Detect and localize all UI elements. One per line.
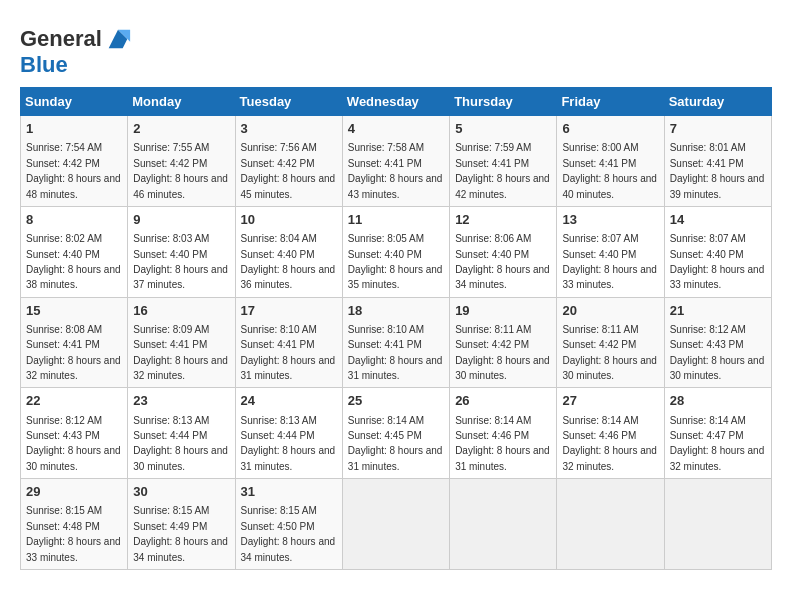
day-number: 2: [133, 120, 229, 138]
day-info: Sunrise: 8:00 AM Sunset: 4:41 PM Dayligh…: [562, 142, 657, 199]
calendar-cell: 15Sunrise: 8:08 AM Sunset: 4:41 PM Dayli…: [21, 297, 128, 388]
calendar-cell: 20Sunrise: 8:11 AM Sunset: 4:42 PM Dayli…: [557, 297, 664, 388]
day-info: Sunrise: 8:09 AM Sunset: 4:41 PM Dayligh…: [133, 324, 228, 381]
day-info: Sunrise: 7:55 AM Sunset: 4:42 PM Dayligh…: [133, 142, 228, 199]
calendar-cell: 17Sunrise: 8:10 AM Sunset: 4:41 PM Dayli…: [235, 297, 342, 388]
weekday-header-thursday: Thursday: [450, 88, 557, 116]
day-number: 9: [133, 211, 229, 229]
weekday-header-tuesday: Tuesday: [235, 88, 342, 116]
calendar-cell: [557, 479, 664, 570]
day-info: Sunrise: 8:14 AM Sunset: 4:45 PM Dayligh…: [348, 415, 443, 472]
day-info: Sunrise: 8:02 AM Sunset: 4:40 PM Dayligh…: [26, 233, 121, 290]
logo-icon: [104, 25, 132, 53]
calendar-cell: 31Sunrise: 8:15 AM Sunset: 4:50 PM Dayli…: [235, 479, 342, 570]
day-info: Sunrise: 8:15 AM Sunset: 4:48 PM Dayligh…: [26, 505, 121, 562]
calendar-cell: 25Sunrise: 8:14 AM Sunset: 4:45 PM Dayli…: [342, 388, 449, 479]
day-info: Sunrise: 7:59 AM Sunset: 4:41 PM Dayligh…: [455, 142, 550, 199]
logo: General Blue: [20, 25, 132, 77]
day-number: 6: [562, 120, 658, 138]
day-info: Sunrise: 8:13 AM Sunset: 4:44 PM Dayligh…: [241, 415, 336, 472]
day-info: Sunrise: 8:14 AM Sunset: 4:46 PM Dayligh…: [455, 415, 550, 472]
calendar-cell: 10Sunrise: 8:04 AM Sunset: 4:40 PM Dayli…: [235, 206, 342, 297]
calendar-cell: 18Sunrise: 8:10 AM Sunset: 4:41 PM Dayli…: [342, 297, 449, 388]
day-number: 30: [133, 483, 229, 501]
day-number: 27: [562, 392, 658, 410]
day-number: 20: [562, 302, 658, 320]
weekday-header-monday: Monday: [128, 88, 235, 116]
day-number: 31: [241, 483, 337, 501]
day-info: Sunrise: 8:11 AM Sunset: 4:42 PM Dayligh…: [455, 324, 550, 381]
day-number: 4: [348, 120, 444, 138]
weekday-header-saturday: Saturday: [664, 88, 771, 116]
day-number: 1: [26, 120, 122, 138]
day-number: 18: [348, 302, 444, 320]
day-info: Sunrise: 8:14 AM Sunset: 4:46 PM Dayligh…: [562, 415, 657, 472]
day-number: 29: [26, 483, 122, 501]
day-number: 11: [348, 211, 444, 229]
calendar-cell: 24Sunrise: 8:13 AM Sunset: 4:44 PM Dayli…: [235, 388, 342, 479]
day-number: 26: [455, 392, 551, 410]
day-number: 8: [26, 211, 122, 229]
calendar-cell: 19Sunrise: 8:11 AM Sunset: 4:42 PM Dayli…: [450, 297, 557, 388]
day-info: Sunrise: 8:05 AM Sunset: 4:40 PM Dayligh…: [348, 233, 443, 290]
day-info: Sunrise: 8:08 AM Sunset: 4:41 PM Dayligh…: [26, 324, 121, 381]
day-number: 19: [455, 302, 551, 320]
day-info: Sunrise: 8:12 AM Sunset: 4:43 PM Dayligh…: [26, 415, 121, 472]
calendar-cell: 30Sunrise: 8:15 AM Sunset: 4:49 PM Dayli…: [128, 479, 235, 570]
day-info: Sunrise: 8:15 AM Sunset: 4:50 PM Dayligh…: [241, 505, 336, 562]
day-info: Sunrise: 8:11 AM Sunset: 4:42 PM Dayligh…: [562, 324, 657, 381]
day-number: 7: [670, 120, 766, 138]
day-number: 12: [455, 211, 551, 229]
calendar-cell: 12Sunrise: 8:06 AM Sunset: 4:40 PM Dayli…: [450, 206, 557, 297]
calendar-cell: 28Sunrise: 8:14 AM Sunset: 4:47 PM Dayli…: [664, 388, 771, 479]
calendar-cell: 26Sunrise: 8:14 AM Sunset: 4:46 PM Dayli…: [450, 388, 557, 479]
day-number: 10: [241, 211, 337, 229]
day-number: 14: [670, 211, 766, 229]
calendar-cell: 23Sunrise: 8:13 AM Sunset: 4:44 PM Dayli…: [128, 388, 235, 479]
day-info: Sunrise: 8:04 AM Sunset: 4:40 PM Dayligh…: [241, 233, 336, 290]
day-info: Sunrise: 8:01 AM Sunset: 4:41 PM Dayligh…: [670, 142, 765, 199]
day-number: 25: [348, 392, 444, 410]
calendar-cell: 16Sunrise: 8:09 AM Sunset: 4:41 PM Dayli…: [128, 297, 235, 388]
day-number: 23: [133, 392, 229, 410]
day-number: 17: [241, 302, 337, 320]
weekday-header-sunday: Sunday: [21, 88, 128, 116]
calendar-cell: 8Sunrise: 8:02 AM Sunset: 4:40 PM Daylig…: [21, 206, 128, 297]
day-number: 5: [455, 120, 551, 138]
calendar-cell: 21Sunrise: 8:12 AM Sunset: 4:43 PM Dayli…: [664, 297, 771, 388]
day-info: Sunrise: 8:12 AM Sunset: 4:43 PM Dayligh…: [670, 324, 765, 381]
calendar-cell: 7Sunrise: 8:01 AM Sunset: 4:41 PM Daylig…: [664, 116, 771, 207]
day-info: Sunrise: 7:54 AM Sunset: 4:42 PM Dayligh…: [26, 142, 121, 199]
calendar-cell: 6Sunrise: 8:00 AM Sunset: 4:41 PM Daylig…: [557, 116, 664, 207]
day-info: Sunrise: 7:56 AM Sunset: 4:42 PM Dayligh…: [241, 142, 336, 199]
weekday-header-friday: Friday: [557, 88, 664, 116]
calendar-cell: 14Sunrise: 8:07 AM Sunset: 4:40 PM Dayli…: [664, 206, 771, 297]
day-number: 24: [241, 392, 337, 410]
calendar-cell: 27Sunrise: 8:14 AM Sunset: 4:46 PM Dayli…: [557, 388, 664, 479]
day-info: Sunrise: 8:03 AM Sunset: 4:40 PM Dayligh…: [133, 233, 228, 290]
calendar-cell: 22Sunrise: 8:12 AM Sunset: 4:43 PM Dayli…: [21, 388, 128, 479]
day-info: Sunrise: 8:13 AM Sunset: 4:44 PM Dayligh…: [133, 415, 228, 472]
calendar-cell: 3Sunrise: 7:56 AM Sunset: 4:42 PM Daylig…: [235, 116, 342, 207]
day-number: 28: [670, 392, 766, 410]
day-info: Sunrise: 8:15 AM Sunset: 4:49 PM Dayligh…: [133, 505, 228, 562]
day-number: 21: [670, 302, 766, 320]
calendar-cell: 5Sunrise: 7:59 AM Sunset: 4:41 PM Daylig…: [450, 116, 557, 207]
calendar-cell: [342, 479, 449, 570]
calendar-cell: 2Sunrise: 7:55 AM Sunset: 4:42 PM Daylig…: [128, 116, 235, 207]
day-number: 3: [241, 120, 337, 138]
weekday-header-wednesday: Wednesday: [342, 88, 449, 116]
day-number: 15: [26, 302, 122, 320]
calendar-cell: 13Sunrise: 8:07 AM Sunset: 4:40 PM Dayli…: [557, 206, 664, 297]
day-info: Sunrise: 8:07 AM Sunset: 4:40 PM Dayligh…: [562, 233, 657, 290]
day-info: Sunrise: 8:07 AM Sunset: 4:40 PM Dayligh…: [670, 233, 765, 290]
logo-text: General: [20, 27, 102, 51]
logo-blue-text: Blue: [20, 53, 132, 77]
day-info: Sunrise: 8:06 AM Sunset: 4:40 PM Dayligh…: [455, 233, 550, 290]
calendar-cell: 4Sunrise: 7:58 AM Sunset: 4:41 PM Daylig…: [342, 116, 449, 207]
calendar-cell: 9Sunrise: 8:03 AM Sunset: 4:40 PM Daylig…: [128, 206, 235, 297]
page-header: General Blue: [20, 20, 772, 77]
day-info: Sunrise: 8:14 AM Sunset: 4:47 PM Dayligh…: [670, 415, 765, 472]
day-number: 16: [133, 302, 229, 320]
day-info: Sunrise: 8:10 AM Sunset: 4:41 PM Dayligh…: [241, 324, 336, 381]
